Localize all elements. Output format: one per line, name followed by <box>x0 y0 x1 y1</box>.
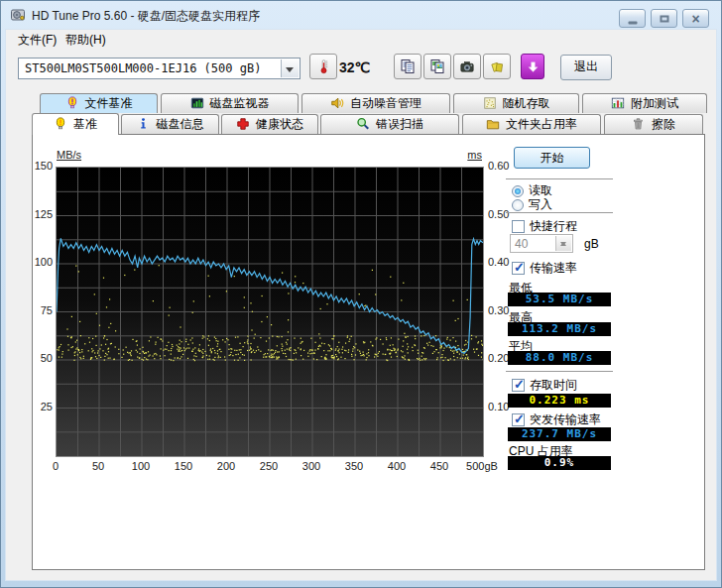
checkbox-unchecked-icon <box>512 220 525 233</box>
tab-file-benchmark[interactable]: 文件基准 <box>40 93 158 113</box>
random-access-icon <box>483 96 498 111</box>
y-right-unit: ms <box>449 149 482 161</box>
access-time-value: 0.223 ms <box>508 394 611 408</box>
camera-icon <box>459 59 475 74</box>
y-left-tick: 100 <box>27 256 53 268</box>
maximize-icon <box>660 15 668 22</box>
copy-image-button[interactable] <box>423 54 451 79</box>
folder-icon <box>486 117 501 132</box>
x-axis-tick: 400 <box>388 460 406 472</box>
copy-text-icon <box>400 59 416 74</box>
x-axis-tick: 500gB <box>466 460 498 472</box>
tab-random-access[interactable]: 随机存取 <box>453 93 579 113</box>
tab-label: 磁盘信息 <box>157 116 204 133</box>
y-left-tick: 75 <box>27 304 53 316</box>
close-icon: × <box>691 12 699 26</box>
transfer-rate-checkbox[interactable]: 传输速率 <box>512 260 577 277</box>
write-radio[interactable]: 写入 <box>512 196 552 213</box>
menu-help[interactable]: 帮助(H) <box>58 30 114 50</box>
y-left-tick: 50 <box>27 352 53 364</box>
y-right-tick: 0.50 <box>488 208 509 220</box>
tab-folder-usage[interactable]: 文件夹占用率 <box>462 114 601 134</box>
y-left-unit: MB/s <box>57 149 81 161</box>
copy-text-button[interactable] <box>394 54 421 79</box>
minimize-button[interactable] <box>619 9 646 28</box>
tab-error-scan[interactable]: 错误扫描 <box>320 114 459 134</box>
short-stroke-value: 40 <box>515 237 528 251</box>
app-icon <box>10 7 26 23</box>
x-axis-tick: 150 <box>175 460 192 472</box>
x-axis-tick: 250 <box>260 460 278 472</box>
access-time-checkbox[interactable]: 存取时间 <box>512 377 577 394</box>
tab-label: 自动噪音管理 <box>350 95 421 112</box>
tab-aam[interactable]: 自动噪音管理 <box>301 93 450 113</box>
tab-label: 磁盘监视器 <box>210 95 270 112</box>
x-axis-tick: 50 <box>92 460 104 472</box>
drive-select-value: ST500LM0ST500LM000-1EJ16 (500 gB) <box>25 61 261 75</box>
save-icon <box>490 59 505 74</box>
short-stroke-checkbox[interactable]: 快捷行程 <box>512 218 577 235</box>
close-button[interactable]: × <box>682 9 709 28</box>
lamp-icon <box>54 117 68 132</box>
client-area: 文件(F) 帮助(H) ST500LM0ST500LM000-1EJ16 (50… <box>5 29 717 581</box>
tab-health[interactable]: 健康状态 <box>221 114 318 134</box>
short-stroke-stepper[interactable]: 40 <box>510 234 573 253</box>
save-results-button[interactable] <box>483 54 511 79</box>
tab-disk-monitor[interactable]: 磁盘监视器 <box>161 93 299 113</box>
temperature-button[interactable] <box>309 54 337 79</box>
tab-extra-tests[interactable]: 附加测试 <box>582 93 707 113</box>
transfer-rate-label: 传输速率 <box>530 260 577 277</box>
exit-button[interactable]: 退出 <box>560 55 612 80</box>
tab-disk-info[interactable]: 磁盘信息 <box>121 114 219 134</box>
min-value: 53.5 MB/s <box>508 293 611 306</box>
y-right-tick: 0.20 <box>488 352 509 364</box>
radio-selected-icon <box>512 185 524 197</box>
spin-down-icon <box>560 242 566 249</box>
y-left-tick: 25 <box>27 401 53 412</box>
maximize-button[interactable] <box>651 9 677 28</box>
app-window: HD Tune Pro 5.60 - 硬盘/固态硬盘实用程序 × 文件(F) 帮… <box>0 0 722 588</box>
x-axis-tick: 350 <box>345 460 363 472</box>
tab-label: 随机存取 <box>503 95 550 112</box>
health-cross-icon <box>236 117 251 132</box>
short-stroke-unit: gB <box>584 237 599 251</box>
y-left-tick: 150 <box>27 160 53 172</box>
menu-bar: 文件(F) 帮助(H) <box>6 30 716 50</box>
burst-rate-value: 237.7 MB/s <box>508 427 611 441</box>
y-right-tick: 0.10 <box>488 401 509 412</box>
max-value: 113.2 MB/s <box>508 322 611 336</box>
title-bar: HD Tune Pro 5.60 - 硬盘/固态硬盘实用程序 × <box>1 1 721 29</box>
short-stroke-label: 快捷行程 <box>530 218 577 235</box>
tab-benchmark[interactable]: 基准 <box>32 113 119 135</box>
tab-label: 文件夹占用率 <box>506 116 577 133</box>
x-axis-tick: 200 <box>217 460 235 472</box>
window-title: HD Tune Pro 5.60 - 硬盘/固态硬盘实用程序 <box>32 8 260 25</box>
radio-icon <box>512 199 524 211</box>
x-axis-tick: 300 <box>302 460 320 472</box>
trash-icon <box>632 117 647 132</box>
burst-rate-checkbox[interactable]: 突发传输速率 <box>512 412 601 428</box>
y-left-tick: 125 <box>27 208 53 220</box>
drive-select[interactable]: ST500LM0ST500LM000-1EJ16 (500 gB) <box>18 58 301 79</box>
y-right-tick: 0.60 <box>488 160 509 172</box>
separator <box>506 371 613 372</box>
checkbox-checked-icon <box>512 262 525 275</box>
tab-erase[interactable]: 擦除 <box>604 114 703 134</box>
stepper-buttons[interactable] <box>555 236 571 251</box>
screenshot-button[interactable] <box>453 54 481 79</box>
speaker-icon <box>330 96 345 111</box>
monitor-icon <box>190 96 205 111</box>
lamp-icon <box>65 96 80 111</box>
minimize-icon <box>628 21 637 24</box>
start-button[interactable]: 开始 <box>514 147 590 169</box>
tab-label: 基准 <box>73 116 97 133</box>
x-axis-tick: 450 <box>430 460 448 472</box>
access-time-label: 存取时间 <box>530 377 577 394</box>
drive-select-dropdown-button[interactable] <box>281 59 299 77</box>
separator <box>506 178 613 179</box>
checkbox-checked-icon <box>512 379 525 392</box>
info-icon <box>137 117 152 132</box>
update-button[interactable] <box>521 54 544 79</box>
temperature-value: 32℃ <box>339 59 370 75</box>
down-arrow-icon <box>526 59 541 74</box>
